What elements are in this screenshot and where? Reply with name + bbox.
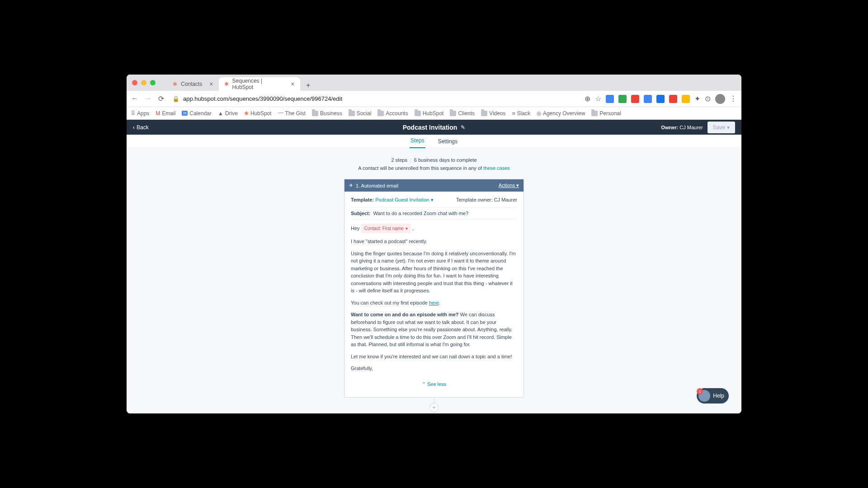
pencil-icon[interactable]: ✎: [461, 124, 465, 131]
notification-badge: 1: [697, 388, 703, 394]
add-step-button[interactable]: +: [429, 403, 439, 412]
content-area: 2 steps|6 business days to complete A co…: [127, 148, 741, 413]
app-header: ‹ Back Podcast Invitation ✎ Owner: CJ Ma…: [127, 120, 741, 135]
personalization-token[interactable]: Contact: First name▾: [361, 224, 411, 233]
sequence-summary: 2 steps|6 business days to complete: [344, 157, 524, 163]
bookmark-drive[interactable]: ▲Drive: [218, 110, 238, 117]
back-label: Back: [137, 124, 149, 131]
tab-steps[interactable]: Steps: [410, 134, 425, 149]
address-bar: ← → ⟳ 🔒 app.hubspot.com/sequences/399009…: [127, 91, 741, 107]
browser-tab-contacts[interactable]: ✱ Contacts ×: [167, 77, 219, 91]
extension-icon[interactable]: [606, 95, 614, 103]
nav-back-icon[interactable]: ←: [131, 94, 138, 103]
traffic-lights: [132, 80, 156, 85]
bookmark-apps[interactable]: ⠿Apps: [131, 110, 149, 117]
save-button[interactable]: Save ▾: [708, 122, 735, 133]
bookmark-social[interactable]: Social: [349, 110, 372, 117]
chevron-down-icon: ▾: [727, 124, 730, 131]
tab-title: Contacts: [181, 81, 202, 87]
owner-display: Owner: CJ Maurer: [661, 125, 703, 130]
tab-settings[interactable]: Settings: [437, 135, 458, 148]
folder-icon: [481, 111, 487, 116]
bookmark-videos[interactable]: Videos: [481, 110, 505, 117]
hubspot-icon: ✱: [224, 81, 229, 87]
extension-icon[interactable]: [618, 95, 627, 103]
nav-forward-icon[interactable]: →: [145, 94, 152, 103]
bookmark-slack[interactable]: ⌗Slack: [512, 110, 530, 117]
extensions-puzzle-icon[interactable]: ✦: [694, 94, 700, 103]
step-1-title: 1. Automated email: [356, 183, 398, 188]
tab-title: Sequences | HubSpot: [232, 78, 284, 90]
bookmark-gist[interactable]: 〰The Gist: [278, 110, 306, 117]
folder-icon: [591, 111, 598, 116]
chevron-down-icon: ▾: [431, 197, 434, 202]
bookmark-accounts[interactable]: Accounts: [377, 110, 408, 117]
zoom-icon[interactable]: ⊕: [585, 94, 590, 103]
bookmark-clients[interactable]: Clients: [450, 110, 475, 117]
extension-icon[interactable]: [669, 95, 677, 103]
unenroll-cases-link[interactable]: these cases: [483, 165, 510, 171]
folder-icon: [450, 111, 456, 116]
loom-icon[interactable]: ⊙: [705, 94, 711, 103]
sequence-title: Podcast Invitation: [403, 124, 458, 131]
step-1-card: ✈ 1. Automated email Actions ▾ Template:…: [344, 179, 524, 398]
folder-icon: [415, 111, 421, 116]
bookmark-business[interactable]: Business: [312, 110, 342, 117]
extension-icon[interactable]: [631, 95, 639, 103]
paper-plane-icon: ✈: [349, 183, 353, 188]
folder-icon: [349, 111, 355, 116]
template-picker[interactable]: Podcast Guest Invitation ▾: [375, 197, 433, 202]
new-tab-button[interactable]: +: [303, 80, 314, 91]
bookmark-personal[interactable]: Personal: [591, 110, 621, 117]
bookmark-calendar[interactable]: 26Calendar: [182, 110, 212, 117]
apps-icon: ⠿: [131, 110, 135, 117]
window-titlebar: ✱ Contacts × ✱ Sequences | HubSpot × +: [127, 75, 741, 91]
help-label: Help: [713, 393, 724, 399]
minimize-window-button[interactable]: [141, 80, 146, 85]
maximize-window-button[interactable]: [150, 80, 156, 85]
browser-menu-icon[interactable]: ⋮: [730, 94, 737, 103]
bookmark-agency[interactable]: ◎Agency Overview: [537, 110, 585, 117]
extension-icon[interactable]: [644, 95, 652, 103]
folder-icon: [312, 111, 318, 116]
bookmark-email[interactable]: MEmail: [156, 110, 175, 117]
bookmark-hubspot[interactable]: ✱HubSpot: [244, 110, 272, 117]
chevron-down-icon: ▾: [406, 225, 408, 232]
tab-close-icon[interactable]: ×: [209, 80, 213, 88]
bookmark-star-icon[interactable]: ☆: [595, 94, 601, 103]
tab-close-icon[interactable]: ×: [291, 80, 294, 88]
chevron-up-icon: ⌃: [422, 381, 426, 387]
template-label: Template: Podcast Guest Invitation ▾: [351, 197, 434, 203]
lock-icon: 🔒: [172, 95, 179, 102]
bookmarks-bar: ⠿Apps MEmail 26Calendar ▲Drive ✱HubSpot …: [127, 107, 741, 120]
template-owner: Template owner: CJ Maurer: [456, 197, 517, 203]
url-field[interactable]: 🔒 app.hubspot.com/sequences/3990090/sequ…: [172, 95, 580, 102]
step-1-header: ✈ 1. Automated email Actions ▾: [344, 179, 524, 192]
help-avatar: 1: [698, 390, 710, 402]
hubspot-icon: ✱: [173, 81, 177, 87]
step-1-actions-dropdown[interactable]: Actions ▾: [499, 183, 519, 188]
back-button[interactable]: ‹ Back: [133, 124, 149, 131]
chevron-down-icon: ▾: [516, 183, 519, 188]
folder-icon: [377, 111, 384, 116]
email-body-preview[interactable]: Hey Contact: First name▾ , I have "start…: [351, 224, 517, 372]
sequence-subtabs: Steps Settings: [127, 135, 741, 148]
nav-reload-icon[interactable]: ⟳: [158, 94, 164, 103]
browser-tab-sequences[interactable]: ✱ Sequences | HubSpot ×: [219, 77, 300, 91]
extension-icon[interactable]: [656, 95, 665, 103]
bookmark-hubspot-2[interactable]: HubSpot: [415, 110, 444, 117]
chevron-left-icon: ‹: [133, 124, 135, 131]
subject-row: Subject: Want to do a recorded Zoom chat…: [351, 207, 517, 219]
see-less-toggle[interactable]: ⌃ See less: [351, 377, 517, 392]
profile-avatar[interactable]: [715, 94, 725, 104]
url-text: app.hubspot.com/sequences/3990090/sequen…: [183, 95, 342, 102]
close-window-button[interactable]: [132, 80, 137, 85]
episode-link[interactable]: here: [429, 300, 439, 305]
unenroll-notice: A contact will be unenrolled from this s…: [344, 165, 524, 171]
subject-value: Want to do a recorded Zoom chat with me?: [373, 211, 469, 216]
extension-icon[interactable]: [682, 95, 690, 103]
help-chat-widget[interactable]: 1 Help: [697, 388, 729, 404]
